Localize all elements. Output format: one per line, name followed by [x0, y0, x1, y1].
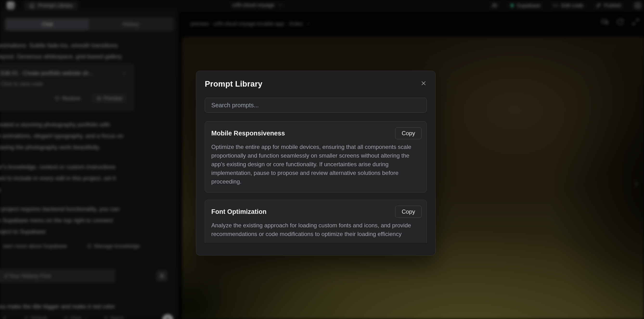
- dialog-title: Prompt Library: [205, 79, 262, 89]
- prompt-card-mobile-responsiveness[interactable]: Mobile Responsiveness Copy Optimize the …: [205, 121, 427, 192]
- search-input[interactable]: [211, 102, 420, 109]
- prompt-title: Font Optimization: [211, 208, 266, 216]
- copy-button[interactable]: Copy: [395, 127, 422, 139]
- app-screen: Prompt Library urfit-cloud-voyage Supaba…: [0, 0, 644, 319]
- prompt-list: Mobile Responsiveness Copy Optimize the …: [205, 121, 427, 243]
- prompt-library-dialog: Prompt Library Mobile Responsiveness Cop…: [196, 71, 436, 256]
- prompt-card-font-optimization[interactable]: Font Optimization Copy Analyze the exist…: [205, 200, 427, 243]
- search-box: [205, 98, 427, 112]
- prompt-body: Analyze the existing approach for loadin…: [211, 221, 422, 238]
- copy-button[interactable]: Copy: [395, 206, 422, 218]
- close-icon[interactable]: [420, 80, 427, 86]
- dialog-header: Prompt Library: [205, 79, 427, 89]
- prompt-title: Mobile Responsiveness: [211, 130, 285, 137]
- prompt-body: Optimize the entire app for mobile devic…: [211, 143, 422, 186]
